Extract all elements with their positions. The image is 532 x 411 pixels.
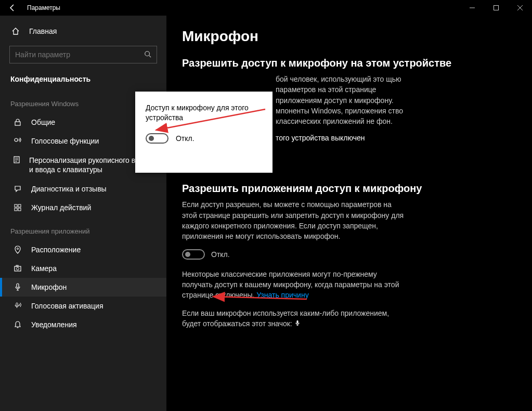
lock-icon <box>12 118 23 126</box>
svg-rect-13 <box>17 284 19 288</box>
apps-access-toggle[interactable] <box>182 249 205 260</box>
titlebar: Параметры <box>0 0 532 16</box>
popup-toggle-state: Откл. <box>176 134 194 143</box>
sidebar-item-home[interactable]: Главная <box>0 22 166 41</box>
sidebar-group-apps: Разрешения приложений <box>0 217 166 240</box>
close-button[interactable] <box>508 0 532 16</box>
home-icon <box>10 27 21 35</box>
svg-rect-5 <box>15 204 17 207</box>
sidebar-item-label: Голосовая активация <box>31 302 103 310</box>
sidebar-item-label: Общие <box>31 118 55 126</box>
apps-access-toggle-state: Откл. <box>211 250 230 259</box>
sidebar-item-label: Уведомления <box>31 320 77 329</box>
svg-rect-8 <box>18 208 21 211</box>
device-access-popup: Доступ к микрофону для этого устройства … <box>135 92 273 173</box>
back-button[interactable] <box>4 0 21 16</box>
microphone-icon <box>12 283 23 291</box>
svg-rect-7 <box>15 208 17 211</box>
sidebar-item-label: Главная <box>29 27 57 35</box>
app-title: Параметры <box>27 4 60 11</box>
svg-point-11 <box>17 267 19 270</box>
maximize-button[interactable] <box>484 0 508 16</box>
classic-apps-note: Некоторые классические приложения могут … <box>182 269 406 301</box>
sidebar-item-label: Голосовые функции <box>31 137 99 145</box>
sidebar: Главная Конфиденциальность Разрешения Wi… <box>0 16 166 411</box>
sidebar-item-diagnostics[interactable]: Диагностика и отзывы <box>0 179 166 198</box>
content-pane: Микрофон Разрешить доступ к микрофону на… <box>166 16 532 411</box>
svg-point-3 <box>15 138 18 142</box>
svg-rect-10 <box>15 266 21 271</box>
usage-indicator-note: Если ваш микрофон используется каким-либ… <box>182 308 406 330</box>
svg-rect-15 <box>296 320 298 324</box>
activity-icon <box>12 203 23 212</box>
sidebar-item-label: Микрофон <box>31 283 67 291</box>
svg-rect-2 <box>15 122 20 125</box>
sidebar-item-voice-activation[interactable]: Голосовая активация <box>0 297 166 315</box>
microphone-icon <box>294 319 301 329</box>
bell-icon <box>12 320 23 329</box>
camera-icon <box>12 264 23 273</box>
voice-activation-icon <box>12 302 23 310</box>
svg-rect-6 <box>18 204 21 207</box>
search-box[interactable] <box>9 46 157 63</box>
svg-point-1 <box>145 51 150 56</box>
svg-point-9 <box>17 248 19 250</box>
sidebar-item-label: Камера <box>31 264 57 273</box>
sidebar-item-microphone[interactable]: Микрофон <box>0 278 166 297</box>
sidebar-item-location[interactable]: Расположение <box>0 240 166 259</box>
sidebar-section-title: Конфиденциальность <box>0 71 166 89</box>
window-controls <box>460 0 532 16</box>
sidebar-item-label: Расположение <box>31 246 81 254</box>
sidebar-item-notifications[interactable]: Уведомления <box>0 315 166 334</box>
minimize-button[interactable] <box>460 0 484 16</box>
section-apps-access-desc: Если доступ разрешен, вы можете с помощь… <box>182 199 406 241</box>
popup-title: Доступ к микрофону для этого устройства <box>146 103 262 123</box>
search-icon <box>144 50 151 59</box>
clipboard-icon <box>12 156 21 164</box>
page-title: Микрофон <box>182 28 516 45</box>
svg-rect-0 <box>494 6 499 10</box>
feedback-icon <box>12 185 23 193</box>
section-apps-access-heading: Разрешить приложениям доступ к микрофону <box>182 182 516 195</box>
section-device-access-heading: Разрешить доступ к микрофону на этом уст… <box>182 56 516 70</box>
learn-why-link[interactable]: Узнать причину <box>256 291 308 299</box>
search-input[interactable] <box>15 50 144 59</box>
location-icon <box>12 246 23 254</box>
svg-rect-14 <box>16 303 18 306</box>
popup-toggle[interactable] <box>146 133 168 144</box>
sidebar-item-label: Диагностика и отзывы <box>31 185 107 193</box>
sidebar-item-camera[interactable]: Камера <box>0 259 166 278</box>
sidebar-item-activity[interactable]: Журнал действий <box>0 198 166 217</box>
svg-rect-12 <box>16 265 18 266</box>
speech-icon <box>12 137 23 145</box>
sidebar-item-label: Журнал действий <box>31 203 91 212</box>
